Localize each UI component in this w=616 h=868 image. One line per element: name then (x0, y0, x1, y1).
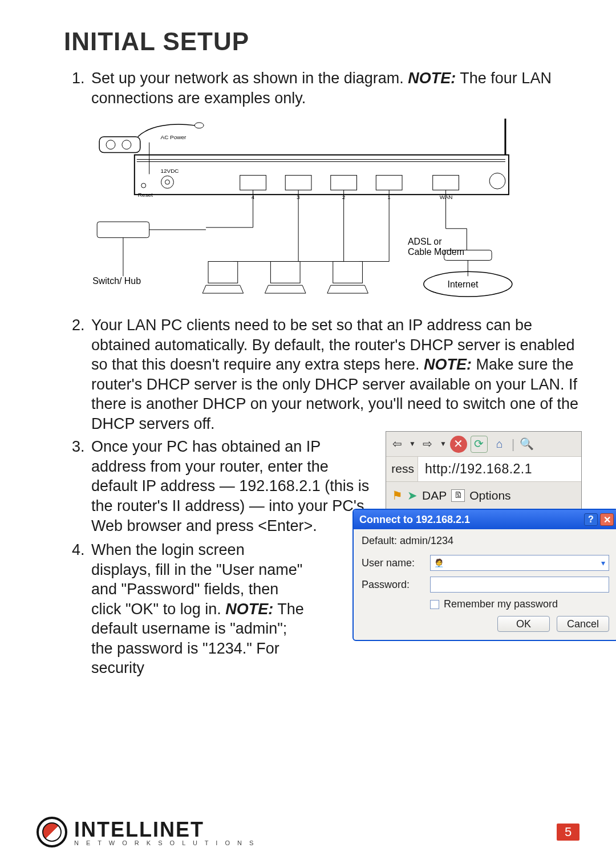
username-field[interactable]: 🧑‍💼 ▾ (430, 555, 609, 571)
brand-tagline: N E T W O R K S O L U T I O N S (74, 839, 256, 846)
dap-label[interactable]: DAP (422, 488, 447, 504)
dap-icon[interactable]: ⚑ (392, 488, 403, 504)
dap-arrow-icon: ➤ (407, 488, 418, 504)
browser-toolbar-screenshot: ⇦ ▼ ⇨ ▼ ✕ ⟳ ⌂ | 🔍 ress http://192.168.2.… (386, 431, 582, 510)
refresh-icon[interactable]: ⟳ (471, 436, 488, 453)
svg-rect-23 (333, 262, 363, 283)
logo-mark-icon (37, 817, 67, 847)
label-modem-1: ADSL or (408, 237, 442, 246)
brand-name: INTELLINET (74, 818, 204, 841)
svg-rect-14 (285, 175, 311, 190)
step-number: 3. (72, 437, 85, 457)
label-12vdc: 12VDC (161, 168, 179, 174)
step-number: 4. (72, 540, 85, 560)
dropdown-arrow-icon[interactable]: ▼ (440, 440, 447, 448)
dropdown-arrow-icon[interactable]: ▼ (409, 440, 416, 448)
step-1-text-a: Set up your network as shown in the diag… (91, 70, 408, 87)
home-icon[interactable]: ⌂ (491, 436, 508, 453)
close-button[interactable]: ✕ (600, 513, 614, 526)
step-3-text: Once your PC has obtained an IP address … (91, 438, 369, 534)
chevron-down-icon[interactable]: ▾ (601, 558, 605, 567)
step-number: 1. (72, 68, 85, 88)
options-icon[interactable]: 🖻 (451, 489, 465, 502)
svg-point-8 (161, 176, 174, 188)
login-hint: Default: admin/1234 (362, 535, 609, 547)
back-icon[interactable]: ⇦ (388, 436, 406, 453)
password-label: Password: (362, 579, 430, 591)
step-2: 2. Your LAN PC clients need to be set so… (91, 315, 579, 433)
label-switch-hub: Switch/ Hub (92, 276, 141, 286)
brand-logo: INTELLINET N E T W O R K S O L U T I O N… (37, 817, 256, 847)
label-internet: Internet (448, 279, 479, 289)
login-dialog: Connect to 192.168.2.1 ? ✕ Default: admi… (352, 509, 616, 641)
svg-point-9 (165, 180, 169, 184)
stop-icon[interactable]: ✕ (450, 436, 467, 453)
step-1: 1. Set up your network as shown in the d… (91, 68, 579, 307)
svg-rect-16 (376, 175, 402, 190)
dialog-title: Connect to 192.168.2.1 (359, 514, 470, 526)
note-label: NOTE: (408, 70, 456, 87)
username-label: User name: (362, 557, 430, 569)
search-icon[interactable]: 🔍 (518, 436, 536, 453)
dialog-titlebar: Connect to 192.168.2.1 ? ✕ (354, 510, 616, 529)
ok-button[interactable]: OK (497, 616, 550, 632)
svg-point-12 (489, 173, 505, 189)
address-label-fragment: ress (386, 457, 418, 481)
forward-icon[interactable]: ⇨ (419, 436, 436, 453)
page-footer: INTELLINET N E T W O R K S O L U T I O N… (37, 817, 579, 847)
svg-point-2 (122, 140, 131, 149)
svg-rect-15 (331, 175, 357, 190)
label-ac-power: AC Power (161, 134, 187, 140)
svg-point-10 (141, 183, 146, 188)
svg-point-1 (106, 140, 115, 149)
key-icon: 🧑‍💼 (434, 558, 444, 567)
note-label: NOTE: (424, 356, 472, 373)
svg-rect-17 (433, 175, 459, 190)
svg-rect-0 (99, 137, 140, 153)
help-button[interactable]: ? (584, 513, 598, 526)
network-diagram: AC Power 12VDC Reset (91, 113, 525, 307)
note-label: NOTE: (225, 601, 273, 618)
password-field[interactable] (430, 577, 609, 593)
svg-rect-13 (240, 175, 266, 190)
step-number: 2. (72, 315, 85, 335)
address-bar[interactable]: http://192.168.2.1 (418, 457, 581, 481)
remember-label: Remember my password (444, 598, 558, 610)
label-modem-2: Cable Modem (408, 247, 464, 257)
svg-rect-21 (208, 262, 238, 283)
svg-rect-18 (97, 222, 149, 238)
svg-point-3 (194, 123, 204, 128)
page-heading: INITIAL SETUP (64, 27, 579, 56)
options-label[interactable]: Options (469, 488, 510, 504)
label-reset: Reset (138, 192, 153, 198)
svg-rect-22 (270, 262, 300, 283)
cancel-button[interactable]: Cancel (557, 616, 609, 632)
svg-rect-5 (135, 155, 509, 195)
remember-checkbox[interactable] (430, 600, 439, 609)
page-number: 5 (557, 824, 579, 841)
